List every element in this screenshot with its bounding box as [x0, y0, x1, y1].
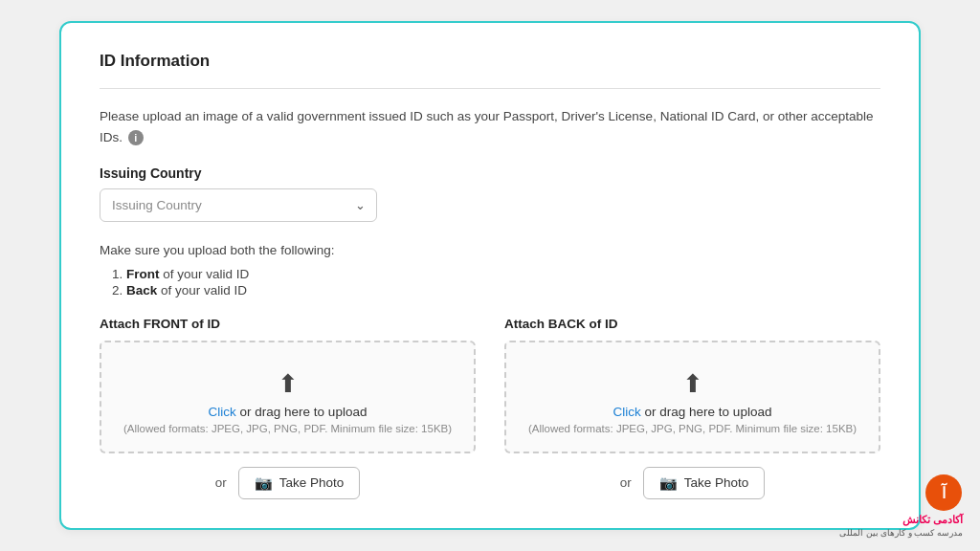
- info-icon[interactable]: i: [128, 130, 144, 145]
- front-or-label: or: [215, 475, 227, 490]
- brand-logo: آ: [924, 474, 963, 512]
- back-dropzone-text: Click or drag here to upload: [525, 405, 859, 419]
- back-click-link[interactable]: Click: [613, 405, 641, 419]
- brand-subtitle: مدرسه کسب و کارهای بین المللی: [839, 528, 963, 538]
- back-upload-col: Attach BACK of ID ⬆ Click or drag here t…: [504, 317, 880, 499]
- issuing-country-select[interactable]: Issuing Country United States United Kin…: [100, 188, 377, 222]
- section-title: ID Information: [100, 52, 880, 71]
- back-or-label: or: [620, 475, 632, 490]
- upload-instructions: Make sure you upload both the following:: [100, 243, 880, 257]
- list-item: Front of your valid ID: [126, 267, 880, 281]
- issuing-country-label: Issuing Country: [100, 165, 880, 181]
- back-take-photo-label: Take Photo: [684, 475, 749, 490]
- upload-icon: ⬆: [121, 369, 455, 399]
- front-dropzone[interactable]: ⬆ Click or drag here to upload (Allowed …: [100, 341, 476, 453]
- back-dropzone[interactable]: ⬆ Click or drag here to upload (Allowed …: [504, 341, 880, 453]
- back-or-row: or 📷 Take Photo: [504, 467, 880, 499]
- front-or-row: or 📷 Take Photo: [100, 467, 476, 499]
- front-bold: Front: [126, 267, 160, 281]
- back-dropzone-hint: (Allowed formats: JPEG, JPG, PNG, PDF. M…: [525, 423, 859, 434]
- front-dropzone-hint: (Allowed formats: JPEG, JPG, PNG, PDF. M…: [121, 423, 455, 434]
- front-dropzone-text: Click or drag here to upload: [121, 405, 455, 419]
- upload-row: Attach FRONT of ID ⬆ Click or drag here …: [100, 317, 880, 499]
- back-take-photo-button[interactable]: 📷 Take Photo: [643, 467, 766, 499]
- issuing-country-wrapper: Issuing Country United States United Kin…: [100, 188, 377, 222]
- brand-name: آکادمی تکانش: [902, 514, 963, 526]
- id-information-card: ID Information Please upload an image of…: [59, 21, 921, 529]
- back-section-title: Attach BACK of ID: [504, 317, 880, 331]
- upload-list: Front of your valid ID Back of your vali…: [100, 267, 880, 298]
- description: Please upload an image of a valid govern…: [100, 106, 880, 147]
- list-item: Back of your valid ID: [126, 283, 880, 298]
- front-section-title: Attach FRONT of ID: [100, 317, 476, 331]
- front-take-photo-button[interactable]: 📷 Take Photo: [238, 467, 361, 499]
- branding: آ آکادمی تکانش مدرسه کسب و کارهای بین ال…: [839, 474, 963, 538]
- upload-icon: ⬆: [525, 369, 859, 399]
- back-camera-icon: 📷: [659, 474, 678, 492]
- front-click-link[interactable]: Click: [209, 405, 236, 419]
- divider: [100, 88, 880, 89]
- back-bold: Back: [126, 283, 157, 298]
- front-camera-icon: 📷: [255, 474, 273, 492]
- front-upload-col: Attach FRONT of ID ⬆ Click or drag here …: [100, 317, 476, 499]
- front-take-photo-label: Take Photo: [279, 475, 345, 490]
